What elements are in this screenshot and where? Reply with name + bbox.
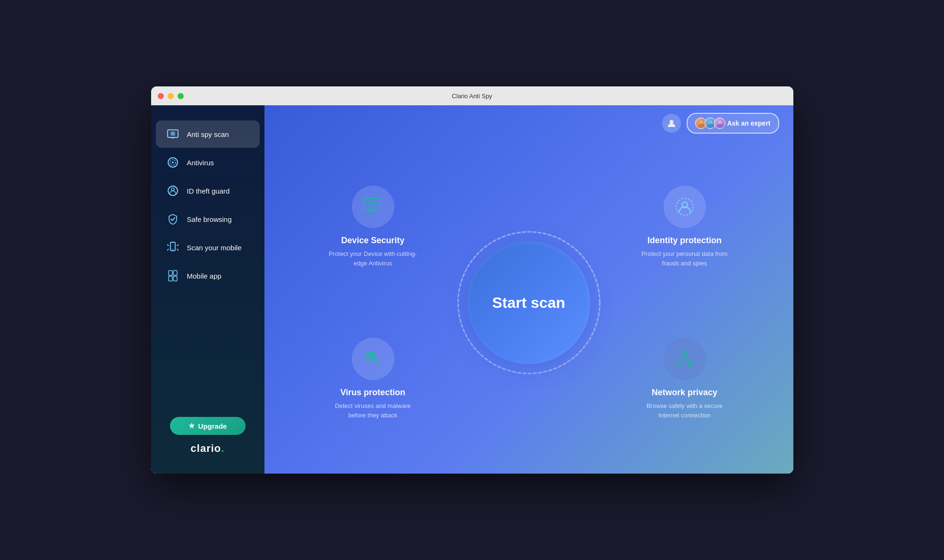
sidebar-bottom: ★ Upgrade clario. bbox=[151, 407, 264, 464]
svg-rect-22 bbox=[173, 271, 177, 275]
anti-spy-scan-icon bbox=[165, 127, 180, 142]
scan-center: Start scan bbox=[453, 227, 604, 378]
svg-point-39 bbox=[677, 361, 681, 366]
id-theft-guard-icon bbox=[165, 183, 180, 198]
ask-expert-button[interactable]: Ask an expert bbox=[687, 113, 779, 134]
sidebar-item-mobile-app[interactable]: Mobile app bbox=[156, 262, 260, 289]
svg-point-12 bbox=[172, 249, 173, 250]
antivirus-icon bbox=[165, 155, 180, 170]
svg-line-37 bbox=[374, 360, 379, 365]
feature-title-device-security: Device Security bbox=[341, 236, 404, 246]
feature-title-identity-protection: Identity protection bbox=[647, 236, 722, 246]
main-header: Ask an expert bbox=[264, 105, 793, 141]
user-avatar-button[interactable] bbox=[662, 114, 681, 133]
sidebar-label-id-theft-guard: ID theft guard bbox=[187, 187, 230, 195]
network-privacy-icon-container bbox=[663, 338, 706, 380]
virus-protection-icon-container bbox=[352, 338, 394, 380]
sidebar-label-scan-your-mobile: Scan your mobile bbox=[187, 244, 242, 252]
feature-desc-virus-protection: Detect viruses and malware before they a… bbox=[326, 401, 420, 420]
identity-protection-icon-container bbox=[663, 186, 706, 228]
clario-logo-text: clario bbox=[191, 442, 221, 454]
feature-title-network-privacy: Network privacy bbox=[652, 388, 717, 398]
expert-avatars bbox=[695, 118, 723, 129]
svg-point-27 bbox=[709, 120, 713, 124]
sidebar-item-antivirus[interactable]: Antivirus bbox=[156, 149, 260, 176]
feature-card-virus-protection: Virus protection Detect viruses and malw… bbox=[316, 328, 430, 429]
mobile-app-icon bbox=[165, 268, 180, 283]
features-area: Device Security Protect your Device with… bbox=[264, 141, 793, 474]
feature-desc-identity-protection: Protect your personal data from frauds a… bbox=[638, 249, 732, 268]
titlebar: Clario Anti Spy bbox=[151, 86, 793, 105]
feature-card-network-privacy: Network privacy Browse safely with a sec… bbox=[628, 328, 741, 429]
svg-line-41 bbox=[681, 356, 685, 361]
sidebar-label-mobile-app: Mobile app bbox=[187, 272, 221, 280]
feature-title-virus-protection: Virus protection bbox=[340, 388, 406, 398]
maximize-button[interactable] bbox=[178, 93, 184, 99]
feature-desc-network-privacy: Browse safely with a secure Internet con… bbox=[638, 401, 732, 420]
svg-line-42 bbox=[685, 356, 689, 361]
scan-button-label: Start scan bbox=[492, 294, 565, 312]
app-window: Clario Anti Spy bbox=[151, 86, 793, 474]
close-button[interactable] bbox=[158, 93, 164, 99]
upgrade-star-icon: ★ bbox=[188, 422, 195, 430]
scan-ring: Start scan bbox=[453, 227, 604, 378]
app-body: Anti spy scan Antivirus bbox=[151, 105, 793, 474]
ask-expert-label: Ask an expert bbox=[727, 119, 771, 127]
sidebar-label-anti-spy-scan: Anti spy scan bbox=[187, 130, 229, 138]
feature-card-device-security: Device Security Protect your Device with… bbox=[316, 176, 430, 277]
upgrade-button[interactable]: ★ Upgrade bbox=[170, 417, 246, 435]
sidebar-item-anti-spy-scan[interactable]: Anti spy scan bbox=[156, 120, 260, 148]
start-scan-button[interactable]: Start scan bbox=[468, 241, 590, 364]
svg-point-38 bbox=[682, 351, 687, 356]
svg-point-40 bbox=[688, 361, 693, 366]
svg-rect-21 bbox=[169, 271, 172, 275]
sidebar-item-scan-your-mobile[interactable]: Scan your mobile bbox=[156, 234, 260, 261]
sidebar-item-safe-browsing[interactable]: Safe browsing bbox=[156, 205, 260, 233]
window-title: Clario Anti Spy bbox=[452, 93, 492, 100]
clario-logo-dot: . bbox=[221, 442, 224, 454]
scan-your-mobile-icon bbox=[165, 240, 180, 255]
sidebar: Anti spy scan Antivirus bbox=[151, 105, 264, 474]
svg-point-8 bbox=[172, 161, 174, 163]
sidebar-label-safe-browsing: Safe browsing bbox=[187, 215, 232, 223]
window-controls bbox=[158, 93, 184, 99]
safe-browsing-icon bbox=[165, 212, 180, 227]
sidebar-item-id-theft-guard[interactable]: ID theft guard bbox=[156, 177, 260, 204]
sidebar-nav: Anti spy scan Antivirus bbox=[151, 115, 264, 407]
svg-point-25 bbox=[670, 120, 673, 124]
svg-point-26 bbox=[699, 120, 703, 124]
svg-rect-24 bbox=[173, 276, 177, 281]
minimize-button[interactable] bbox=[168, 93, 174, 99]
svg-point-3 bbox=[172, 133, 173, 134]
sidebar-label-antivirus: Antivirus bbox=[187, 159, 214, 167]
svg-rect-23 bbox=[169, 276, 172, 281]
upgrade-label: Upgrade bbox=[198, 422, 227, 430]
feature-desc-device-security: Protect your Device with cutting-edge An… bbox=[326, 249, 420, 268]
svg-point-10 bbox=[171, 188, 174, 191]
clario-logo: clario. bbox=[191, 442, 225, 455]
svg-point-28 bbox=[718, 120, 722, 124]
feature-card-identity-protection: Identity protection Protect your persona… bbox=[628, 176, 741, 277]
expert-avatar-3 bbox=[714, 118, 725, 129]
device-security-icon-container bbox=[352, 186, 394, 228]
main-content: Ask an expert bbox=[264, 105, 793, 474]
